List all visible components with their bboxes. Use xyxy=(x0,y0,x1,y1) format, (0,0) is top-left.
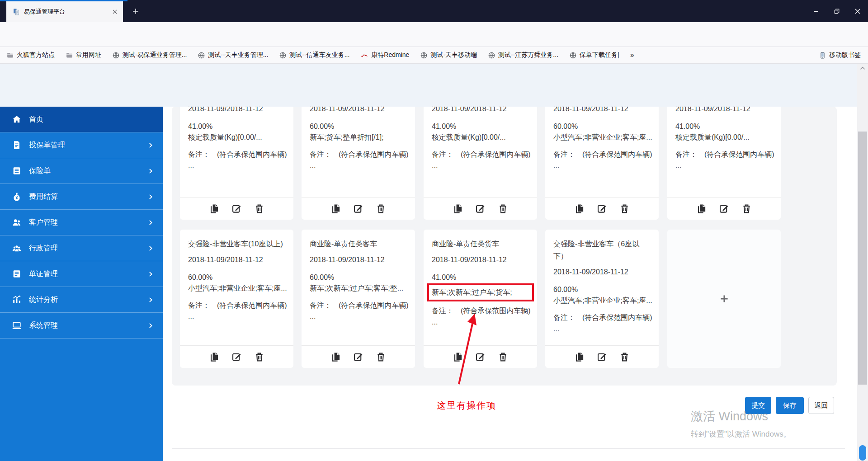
trash-icon[interactable] xyxy=(376,203,386,214)
window-close-button[interactable] xyxy=(847,0,868,22)
copy-icon[interactable] xyxy=(330,203,341,214)
edit-icon[interactable] xyxy=(597,352,607,362)
folder-icon xyxy=(6,52,14,59)
sidebar-nav: 首页 投保单管理 保险单 费用结算 客户管理 行政管理 xyxy=(0,107,163,461)
copy-icon[interactable] xyxy=(453,352,463,362)
card-percent: 60.00% xyxy=(188,272,287,282)
chevron-right-icon xyxy=(148,296,154,304)
bookmarks-bar: 火狐官方站点 常用网址 测试-易保通业务管理... 测试--天丰业务管理... … xyxy=(0,47,868,64)
chevron-right-icon xyxy=(148,219,154,226)
bookmark-item[interactable]: 康特Redmine xyxy=(360,51,409,59)
content-bottom-divider xyxy=(172,448,845,449)
rate-card: 2018-11-09/2018-11-12 60.00% 小型汽车;非营业企业;… xyxy=(545,107,659,220)
card-date-range: 2018-11-09/2018-11-12 xyxy=(188,107,287,113)
card-desc: 小型汽车;非营业企业;客车;座... xyxy=(553,295,652,306)
tab-favicon xyxy=(13,8,20,16)
bookmark-item[interactable]: 测试-天丰移动端 xyxy=(420,51,477,59)
copy-icon[interactable] xyxy=(696,203,707,214)
new-tab-button[interactable] xyxy=(128,5,143,18)
document-icon xyxy=(12,140,22,150)
scrollbar-thumb[interactable] xyxy=(858,132,867,385)
card-note: 备注：(符合承保范围内车辆) ... xyxy=(432,149,531,171)
trash-icon[interactable] xyxy=(254,352,264,362)
trash-icon[interactable] xyxy=(376,352,386,362)
bookmark-item[interactable]: 测试-易保通业务管理... xyxy=(112,51,187,59)
window-minimize-button[interactable] xyxy=(806,0,826,22)
sidebar-item-certificate-mgmt[interactable]: 单证管理 xyxy=(0,261,163,287)
mobile-bookmarks-item[interactable]: 移动版书签 xyxy=(819,51,861,59)
card-actions xyxy=(424,345,537,368)
bookmark-item[interactable]: 常用网址 xyxy=(66,51,101,59)
sidebar-item-admin-mgmt[interactable]: 行政管理 xyxy=(0,235,163,261)
edit-icon[interactable] xyxy=(231,352,242,362)
browser-window: 易保通管理平台 proxy1.countnet.cn:20806/Login/M… xyxy=(0,0,868,461)
trash-icon[interactable] xyxy=(498,352,508,362)
card-date-range: 2018-11-09/2018-11-12 xyxy=(188,256,287,264)
page-scrollbar[interactable] xyxy=(857,64,868,461)
globe-icon xyxy=(420,52,428,59)
browser-tab[interactable]: 易保通管理平台 xyxy=(6,1,123,22)
tab-close-icon[interactable] xyxy=(111,8,118,15)
return-button[interactable]: 返回 xyxy=(808,397,834,414)
certificate-icon xyxy=(12,269,22,279)
copy-icon[interactable] xyxy=(574,352,585,362)
window-restore-button[interactable] xyxy=(826,0,847,22)
sidebar-item-customer-mgmt[interactable]: 客户管理 xyxy=(0,210,163,235)
card-date-range: 2018-11-09/2018-11-12 xyxy=(432,107,531,113)
edit-icon[interactable] xyxy=(231,203,242,214)
bookmark-item[interactable]: 测试--天丰业务管理... xyxy=(198,51,268,59)
edit-icon[interactable] xyxy=(475,203,486,214)
scrollbar-blue-thumb[interactable] xyxy=(859,445,866,461)
sidebar-item-policy[interactable]: 保险单 xyxy=(0,158,163,184)
edit-icon[interactable] xyxy=(353,203,363,214)
bookmark-item[interactable]: 火狐官方站点 xyxy=(6,51,55,59)
card-note: 备注：(符合承保范围内车辆) ... xyxy=(310,149,409,171)
globe-icon xyxy=(198,52,205,59)
sidebar-item-home[interactable]: 首页 xyxy=(0,107,163,132)
bookmark-item[interactable]: 测试--信通车友业务... xyxy=(279,51,349,59)
card-desc: 新车;次新车;过户车;客车;整... xyxy=(310,282,409,294)
chevron-right-icon xyxy=(148,167,154,175)
sidebar-item-statistics[interactable]: 统计分析 xyxy=(0,287,163,313)
card-note: 备注：(符合承保范围内车辆) ... xyxy=(553,312,652,334)
trash-icon[interactable] xyxy=(254,203,264,214)
bookmarks-overflow-chevron[interactable]: » xyxy=(630,51,634,59)
card-actions xyxy=(424,197,537,220)
card-note: 备注：(符合承保范围内车辆) ... xyxy=(675,149,774,171)
edit-icon[interactable] xyxy=(597,203,607,214)
rate-card: 2018-11-09/2018-11-12 41.00% 核定载质量(Kg)[0… xyxy=(424,107,537,220)
chevron-right-icon xyxy=(148,322,154,329)
copy-icon[interactable] xyxy=(330,352,341,362)
bookmark-item[interactable]: 测试--江苏万舜业务... xyxy=(488,51,558,59)
phone-icon xyxy=(819,52,826,59)
sidebar-item-proposal-mgmt[interactable]: 投保单管理 xyxy=(0,132,163,158)
card-date-range: 2018-11-09/2018-11-12 xyxy=(310,256,409,264)
monitor-icon xyxy=(12,320,22,330)
rate-card: 2018-11-09/2018-11-12 41.00% 核定载质量(Kg)[0… xyxy=(180,107,293,220)
copy-icon[interactable] xyxy=(453,203,463,214)
submit-button[interactable]: 提交 xyxy=(745,397,771,414)
card-actions xyxy=(302,345,415,368)
trash-icon[interactable] xyxy=(498,203,508,214)
trash-icon[interactable] xyxy=(619,352,630,362)
copy-icon[interactable] xyxy=(209,352,219,362)
scroll-up-icon[interactable] xyxy=(859,66,866,71)
add-rate-card-button[interactable] xyxy=(667,230,781,368)
trash-icon[interactable] xyxy=(741,203,752,214)
sidebar-item-system-mgmt[interactable]: 系统管理 xyxy=(0,313,163,339)
globe-icon xyxy=(279,52,287,59)
bookmark-item[interactable]: 保单下载任务| xyxy=(569,51,619,59)
copy-icon[interactable] xyxy=(209,203,219,214)
card-desc: 小型汽车;非营业企业;客车;座... xyxy=(188,282,287,294)
trash-icon[interactable] xyxy=(619,203,630,214)
edit-icon[interactable] xyxy=(475,352,486,362)
card-date-range: 2018-11-09/2018-11-12 xyxy=(553,107,652,113)
card-desc: 核定载质量(Kg)[0.00/... xyxy=(188,132,287,143)
save-button[interactable]: 保存 xyxy=(776,397,804,414)
edit-icon[interactable] xyxy=(353,352,363,362)
card-title: 交强险-非营业客车（6座以下） xyxy=(553,230,652,262)
copy-icon[interactable] xyxy=(574,203,585,214)
card-note: 备注：(符合承保范围内车辆) ... xyxy=(432,305,531,328)
sidebar-item-fee-settlement[interactable]: 费用结算 xyxy=(0,184,163,210)
edit-icon[interactable] xyxy=(719,203,729,214)
